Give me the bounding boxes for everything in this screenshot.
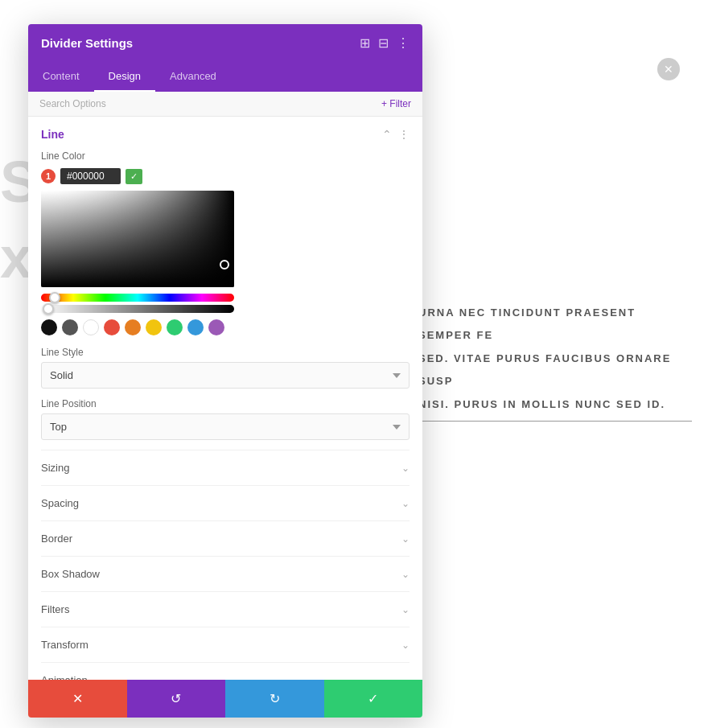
- border-section-header[interactable]: Border ⌄: [41, 533, 410, 545]
- section-header-icons: ⌃ ⋮: [382, 128, 410, 141]
- spacing-chevron-icon: ⌄: [401, 498, 410, 509]
- transform-section-title: Transform: [41, 639, 88, 651]
- transform-section: Transform ⌄: [41, 627, 410, 662]
- opacity-slider-thumb[interactable]: [43, 303, 54, 315]
- divider-settings-modal: Divider Settings ⊞ ⊟ ⋮ Content Design Ad…: [28, 24, 422, 718]
- resize-icon[interactable]: ⊞: [360, 35, 370, 51]
- line-style-group: Line Style Solid Dashed Dotted Double: [41, 347, 410, 389]
- border-section-title: Border: [41, 533, 72, 545]
- sizing-chevron-icon: ⌄: [401, 463, 410, 474]
- search-placeholder[interactable]: Search Options: [39, 98, 106, 109]
- swatch-red[interactable]: [104, 319, 120, 335]
- line-style-label: Line Style: [41, 347, 410, 358]
- modal-footer: ✕ ↺ ↻ ✓: [28, 680, 422, 718]
- redo-button[interactable]: ↻: [225, 680, 324, 718]
- box-shadow-section: Box Shadow ⌄: [41, 556, 410, 591]
- swatch-blue[interactable]: [187, 319, 204, 335]
- filters-chevron-icon: ⌄: [401, 604, 410, 615]
- page-background-text: URNA NEC TINCIDUNT PRAESENT SEMPER FE SE…: [418, 302, 692, 427]
- swatch-green[interactable]: [167, 319, 183, 335]
- color-hex-input[interactable]: [60, 168, 121, 184]
- swatch-purple[interactable]: [208, 319, 224, 335]
- hue-slider[interactable]: [41, 294, 234, 302]
- line-position-select[interactable]: Top Center Bottom: [41, 413, 410, 440]
- gradient-handle[interactable]: [220, 260, 229, 269]
- line-position-group: Line Position Top Center Bottom: [41, 398, 410, 440]
- color-swatches: [41, 319, 410, 335]
- columns-icon[interactable]: ⊟: [378, 35, 389, 51]
- sizing-section-title: Sizing: [41, 462, 69, 474]
- section-more-icon[interactable]: ⋮: [398, 128, 410, 141]
- box-shadow-section-header[interactable]: Box Shadow ⌄: [41, 568, 410, 580]
- undo-button[interactable]: ↺: [127, 680, 226, 718]
- swatch-dark-gray[interactable]: [62, 319, 78, 335]
- sizing-section-header[interactable]: Sizing ⌄: [41, 462, 410, 474]
- bg-text-line-3: NISI. PURUS IN MOLLIS NUNC SED ID.: [418, 393, 692, 422]
- tab-design[interactable]: Design: [94, 62, 155, 92]
- color-confirm-button[interactable]: ✓: [126, 169, 142, 184]
- color-badge: 1: [41, 169, 56, 183]
- color-input-row: 1 ✓: [41, 168, 410, 184]
- tab-bar: Content Design Advanced: [28, 62, 422, 92]
- swatch-white[interactable]: [83, 319, 99, 335]
- animation-section-header[interactable]: Animation ⌄: [41, 674, 410, 680]
- filters-section-title: Filters: [41, 603, 69, 615]
- spacing-section-title: Spacing: [41, 497, 79, 509]
- hue-slider-thumb[interactable]: [49, 292, 60, 303]
- box-shadow-chevron-icon: ⌄: [401, 569, 410, 580]
- hue-slider-container: [41, 294, 234, 302]
- line-section-title: Line: [41, 128, 64, 141]
- spacing-section: Spacing ⌄: [41, 485, 410, 520]
- bg-text-line-1: URNA NEC TINCIDUNT PRAESENT SEMPER FE: [418, 302, 692, 348]
- line-style-select[interactable]: Solid Dashed Dotted Double: [41, 362, 410, 389]
- line-section-header: Line ⌃ ⋮: [41, 128, 410, 141]
- bg-text-line-2: SED. VITAE PURUS FAUCIBUS ORNARE SUSP: [418, 348, 692, 393]
- modal-header-icons: ⊞ ⊟ ⋮: [360, 35, 410, 51]
- tab-content[interactable]: Content: [28, 62, 94, 92]
- save-button[interactable]: ✓: [324, 680, 423, 718]
- modal-close-outside-button[interactable]: ✕: [657, 58, 680, 80]
- tab-advanced[interactable]: Advanced: [155, 62, 231, 92]
- box-shadow-section-title: Box Shadow: [41, 568, 100, 580]
- sizing-section: Sizing ⌄: [41, 450, 410, 485]
- animation-section: Animation ⌄: [41, 662, 410, 680]
- search-bar: Search Options + Filter: [28, 92, 422, 117]
- more-icon[interactable]: ⋮: [397, 35, 410, 51]
- color-label: Line Color: [41, 150, 410, 162]
- line-position-label: Line Position: [41, 398, 410, 409]
- swatch-orange[interactable]: [125, 319, 141, 335]
- filters-section-header[interactable]: Filters ⌄: [41, 603, 410, 615]
- swatch-yellow[interactable]: [146, 319, 162, 335]
- animation-section-title: Animation: [41, 674, 88, 680]
- border-section: Border ⌄: [41, 520, 410, 556]
- section-collapse-icon[interactable]: ⌃: [382, 128, 392, 141]
- cancel-button[interactable]: ✕: [28, 680, 127, 718]
- opacity-slider-container: [41, 305, 234, 313]
- transform-chevron-icon: ⌄: [401, 640, 410, 651]
- filter-button[interactable]: + Filter: [381, 98, 411, 109]
- transform-section-header[interactable]: Transform ⌄: [41, 639, 410, 651]
- swatch-black[interactable]: [41, 319, 57, 335]
- modal-body: Line ⌃ ⋮ Line Color 1 ✓: [28, 117, 422, 680]
- filters-section: Filters ⌄: [41, 591, 410, 627]
- modal-header: Divider Settings ⊞ ⊟ ⋮: [28, 24, 422, 62]
- color-gradient-picker[interactable]: [41, 191, 234, 287]
- border-chevron-icon: ⌄: [401, 533, 410, 545]
- opacity-slider[interactable]: [41, 305, 234, 313]
- modal-title: Divider Settings: [41, 36, 133, 50]
- spacing-section-header[interactable]: Spacing ⌄: [41, 497, 410, 509]
